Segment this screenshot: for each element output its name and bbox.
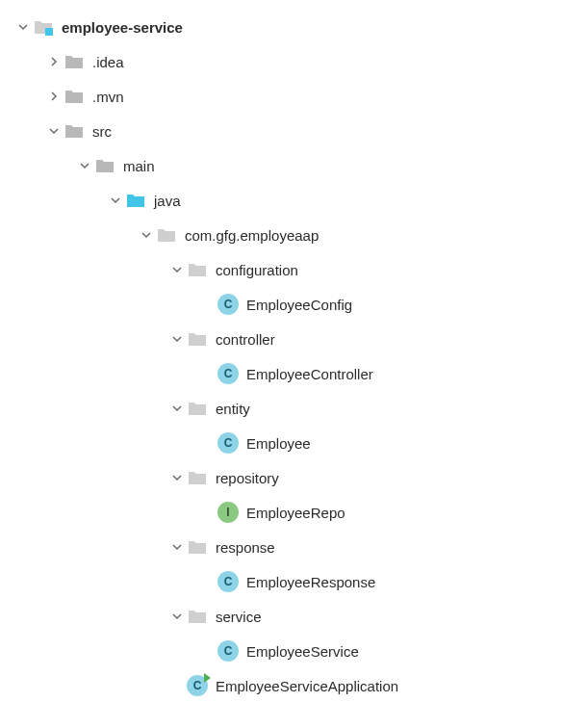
tree-node-main[interactable]: main	[0, 148, 587, 183]
class-icon: C	[217, 640, 239, 662]
chevron-right-icon[interactable]	[44, 87, 64, 106]
tree-label: Employee	[246, 435, 311, 452]
package-icon	[187, 606, 208, 627]
chevron-down-icon[interactable]	[167, 399, 187, 418]
module-folder-icon	[33, 16, 54, 38]
tree-label: response	[216, 539, 275, 556]
tree-node-application[interactable]: C EmployeeServiceApplication	[0, 668, 587, 703]
tree-label: configuration	[216, 262, 298, 278]
tree-node-employee-service[interactable]: C EmployeeService	[0, 634, 587, 668]
tree-label: EmployeeConfig	[246, 297, 352, 313]
folder-icon	[64, 86, 85, 107]
tree-node-employee-config[interactable]: C EmployeeConfig	[0, 287, 587, 322]
tree-label: repository	[216, 470, 279, 486]
chevron-down-icon[interactable]	[44, 121, 64, 141]
tree-label: EmployeeResponse	[246, 574, 375, 590]
chevron-down-icon[interactable]	[13, 17, 33, 37]
tree-label: EmployeeServiceApplication	[216, 678, 398, 694]
tree-label: service	[216, 609, 262, 625]
class-icon: C	[217, 432, 239, 454]
package-icon	[187, 398, 208, 419]
runnable-class-icon: C	[187, 675, 208, 696]
tree-label: src	[92, 123, 112, 140]
tree-node-employee-repo[interactable]: I EmployeeRepo	[0, 495, 587, 530]
tree-node-response[interactable]: response	[0, 530, 587, 564]
tree-node-java[interactable]: java	[0, 183, 587, 218]
tree-label: EmployeeController	[246, 366, 373, 382]
tree-label: entity	[216, 401, 250, 417]
class-icon: C	[217, 363, 239, 384]
chevron-down-icon[interactable]	[167, 537, 187, 557]
tree-node-repository[interactable]: repository	[0, 460, 587, 495]
tree-label: com.gfg.employeaap	[185, 227, 319, 244]
class-icon: C	[217, 294, 239, 315]
tree-label: employee-service	[62, 19, 183, 36]
chevron-right-icon[interactable]	[44, 52, 64, 71]
chevron-down-icon[interactable]	[167, 468, 187, 487]
chevron-down-icon[interactable]	[137, 225, 156, 245]
chevron-down-icon[interactable]	[167, 607, 187, 626]
chevron-down-icon[interactable]	[167, 260, 187, 279]
chevron-down-icon[interactable]	[106, 191, 125, 210]
tree-label: controller	[216, 331, 275, 348]
tree-label: main	[123, 158, 155, 174]
package-icon	[187, 259, 208, 280]
tree-node-idea[interactable]: .idea	[0, 44, 587, 79]
tree-label: .idea	[92, 54, 124, 70]
tree-node-employee-response[interactable]: C EmployeeResponse	[0, 564, 587, 599]
package-icon	[187, 536, 208, 558]
class-icon: C	[217, 571, 239, 592]
chevron-down-icon[interactable]	[75, 156, 94, 175]
folder-icon	[64, 120, 85, 142]
tree-node-controller[interactable]: controller	[0, 322, 587, 356]
project-tree: employee-service .idea .mvn src	[0, 10, 587, 703]
package-icon	[187, 467, 208, 488]
tree-node-entity[interactable]: entity	[0, 391, 587, 426]
svg-rect-0	[45, 28, 53, 36]
folder-icon	[94, 155, 115, 176]
tree-label: EmployeeRepo	[246, 505, 345, 521]
tree-label: .mvn	[92, 89, 124, 105]
tree-node-mvn[interactable]: .mvn	[0, 79, 587, 114]
source-folder-icon	[125, 190, 146, 211]
interface-icon: I	[217, 502, 239, 523]
tree-label: EmployeeService	[246, 643, 359, 660]
package-icon	[187, 328, 208, 350]
folder-icon	[64, 51, 85, 72]
tree-node-employee-controller[interactable]: C EmployeeController	[0, 356, 587, 391]
tree-node-package[interactable]: com.gfg.employeaap	[0, 218, 587, 252]
chevron-down-icon[interactable]	[167, 329, 187, 349]
tree-node-configuration[interactable]: configuration	[0, 252, 587, 287]
tree-node-employee[interactable]: C Employee	[0, 426, 587, 460]
package-icon	[156, 224, 177, 246]
tree-node-service[interactable]: service	[0, 599, 587, 634]
tree-node-src[interactable]: src	[0, 114, 587, 148]
run-badge-icon	[204, 673, 211, 683]
tree-node-root[interactable]: employee-service	[0, 10, 587, 44]
tree-label: java	[154, 193, 181, 209]
